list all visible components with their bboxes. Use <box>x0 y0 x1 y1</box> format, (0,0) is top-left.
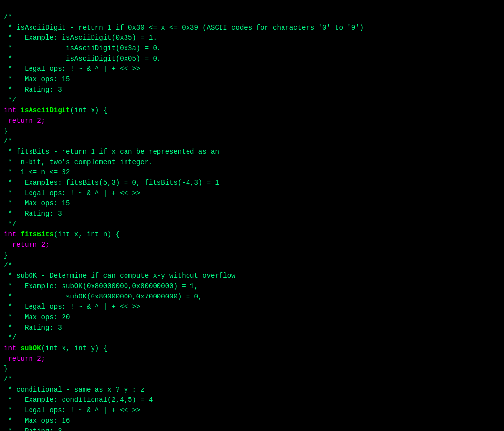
code-line: } <box>4 126 500 136</box>
code-line: * Example: conditional(2,4,5) = 4 <box>4 395 500 405</box>
code-line: * isAsciiDigit - return 1 if 0x30 <= x <… <box>4 23 500 33</box>
code-line: * Max ops: 15 <box>4 74 500 85</box>
code-line: * Legal ops: ! ~ & ^ | + << >> <box>4 64 500 74</box>
code-line: * Legal ops: ! ~ & ^ | + << >> <box>4 188 500 199</box>
code-line: * Example: isAsciiDigit(0x35) = 1. <box>4 33 500 43</box>
code-line: * subOK(0x80000000,0x70000000) = 0, <box>4 292 500 302</box>
code-line: /* <box>4 374 500 385</box>
code-line: * Rating: 3 <box>4 85 500 95</box>
code-line: * Max ops: 15 <box>4 199 500 209</box>
code-line: * conditional - same as x ? y : z <box>4 385 500 395</box>
code-line: } <box>4 364 500 374</box>
code-line: */ <box>4 219 500 230</box>
code-line: /* <box>4 136 500 147</box>
code-line: * Legal ops: ! ~ & ^ | + << >> <box>4 405 500 416</box>
code-line: */ <box>4 95 500 105</box>
code-line: /* <box>4 12 500 23</box>
code-line: int isAsciiDigit(int x) { <box>4 105 500 116</box>
code-line: * Max ops: 20 <box>4 312 500 323</box>
code-line: * Rating: 3 <box>4 323 500 333</box>
code-line: * fitsBits - return 1 if x can be repres… <box>4 147 500 157</box>
code-line: int fitsBits(int x, int n) { <box>4 230 500 240</box>
code-line: */ <box>4 333 500 343</box>
code-line: } <box>4 250 500 261</box>
code-line: * subOK - Determine if can compute x-y w… <box>4 271 500 281</box>
code-line: * Example: subOK(0x80000000,0x80000000) … <box>4 281 500 292</box>
code-line: return 2; <box>4 354 500 364</box>
code-line: * Rating: 3 <box>4 209 500 219</box>
code-line: return 2; <box>4 116 500 126</box>
code-line: * Max ops: 16 <box>4 416 500 426</box>
code-line: * n-bit, two's complement integer. <box>4 157 500 167</box>
code-line: * Legal ops: ! ~ & ^ | + << >> <box>4 302 500 312</box>
code-line: /* <box>4 261 500 271</box>
code-line: int subOK(int x, int y) { <box>4 343 500 354</box>
code-line: return 2; <box>4 240 500 250</box>
code-line: * isAsciiDigit(0x05) = 0. <box>4 54 500 64</box>
code-line: * isAsciiDigit(0x3a) = 0. <box>4 43 500 54</box>
code-editor: /* * isAsciiDigit - return 1 if 0x30 <= … <box>0 0 504 431</box>
code-line: * Examples: fitsBits(5,3) = 0, fitsBits(… <box>4 178 500 188</box>
code-line: * Rating: 3 <box>4 426 500 431</box>
code-line: * 1 <= n <= 32 <box>4 167 500 178</box>
